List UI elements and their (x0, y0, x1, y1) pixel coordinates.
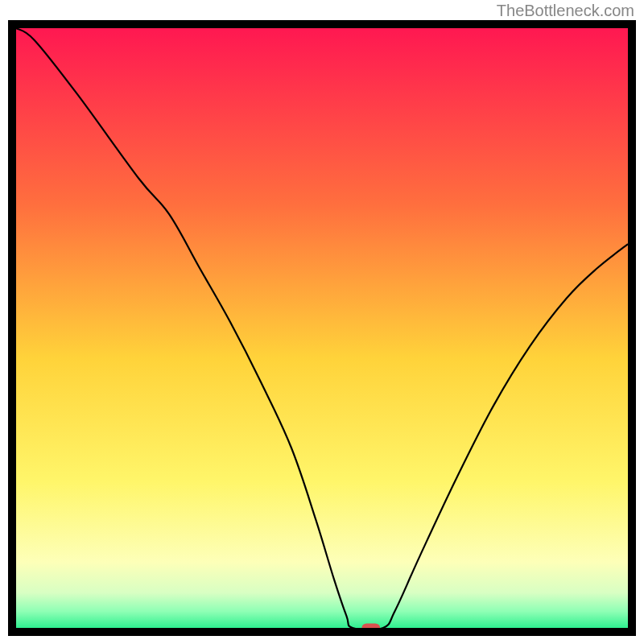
chart-area (8, 20, 636, 636)
watermark-text: TheBottleneck.com (497, 2, 634, 20)
bottleneck-chart (8, 20, 636, 636)
chart-container: TheBottleneck.com (0, 0, 644, 644)
